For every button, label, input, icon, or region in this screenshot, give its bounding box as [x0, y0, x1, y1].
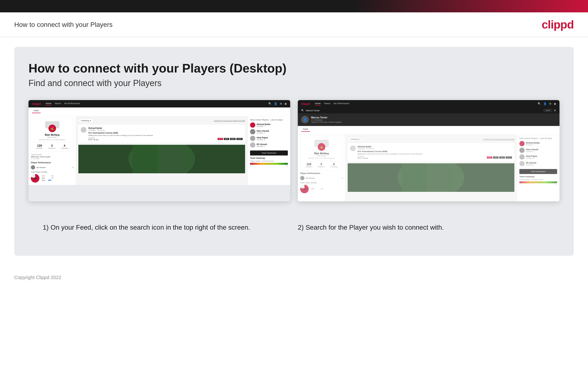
profile-club-1: Mill Ride Golf Club, United Kingdom	[34, 139, 71, 140]
following-btn-2[interactable]: Following ▾	[348, 137, 363, 141]
main-content: How to connect with your Players (Deskto…	[0, 37, 588, 270]
nav-teams-2[interactable]: Teams	[324, 102, 330, 106]
app-body-wrapper-2: ⛳ Blair McHarg Golf Coach Mill Ride Golf…	[298, 135, 560, 201]
player-info-hp-2: Hiral Pujara Activities: 3	[526, 155, 557, 159]
team-dashboard-btn-2[interactable]: Team Dashboard	[519, 169, 557, 174]
tag-ott-1: OTT	[218, 138, 223, 140]
player-perf-2: Player Performance Eli Vincent ▾ Total P…	[300, 172, 343, 193]
player-avatar-rb-1	[250, 122, 255, 128]
duration-2: Duration 02 hr : 00 min	[358, 156, 368, 159]
golf-image-1	[78, 145, 245, 173]
svg-rect-7	[402, 163, 427, 192]
player-avatar-rb-2	[519, 141, 525, 146]
app-nav-items-2: Home Teams My Performance	[315, 102, 349, 106]
player-info-pp-2: Piers Parnell Activities: 4	[526, 148, 557, 152]
app-ui-1: clippd Home Teams My Performance 🔍 👤 ⚙ ◉	[28, 100, 290, 185]
stat-following-1: 4 Following	[61, 144, 68, 149]
most-active-title-2: Most Active Players - Last 30 days	[519, 137, 557, 139]
center-panel-2: Following ▾ Control who can see your act…	[345, 135, 517, 201]
following-btn-1[interactable]: Following ▾	[78, 119, 94, 123]
app-logo-2: clippd	[301, 102, 310, 106]
tag-arg-1: ARG	[230, 138, 236, 140]
player-info-ev-2: Eli Vincent Activities: 1	[526, 162, 557, 166]
heatmap-subtitle-2: Player Quality · 20 Round Trend	[519, 179, 557, 180]
nav-teams-1[interactable]: Teams	[55, 102, 61, 106]
player-list-item-4: Eli Vincent Activities: 1	[250, 142, 288, 148]
nav-my-performance-2[interactable]: My Performance	[334, 102, 349, 106]
activity-footer-2: Duration 02 hr : 00 min OTT APP ARG	[358, 156, 512, 159]
nav-my-performance-1[interactable]: My Performance	[64, 102, 80, 106]
avatar-icon-2[interactable]: ◉	[554, 102, 556, 105]
avatar-icon[interactable]: ◉	[284, 102, 287, 105]
player-list-item-2: Piers Parnell Activities: 4	[250, 129, 288, 134]
dropdown-arrow-2: ▾	[342, 177, 343, 179]
latest-activity-1: Latest Activity Afternoon round of golf …	[31, 154, 73, 159]
player-perf-1: Player Performance Eli Vincent ▾ Total P…	[31, 161, 73, 183]
team-dashboard-btn-1[interactable]: Team Dashboard	[250, 150, 288, 156]
search-icon-2[interactable]: 🔍	[538, 102, 541, 105]
score-circle-2: 84	[300, 185, 309, 193]
profile-icon-2[interactable]: 👤	[543, 102, 547, 105]
activity-avatar-1	[81, 127, 87, 133]
result-name: Marcus Turner	[311, 116, 342, 119]
feed-tab-2[interactable]: Feed	[301, 127, 310, 132]
right-panel-2: Most Active Players - Last 30 days Richa…	[517, 135, 560, 201]
player-list-item-1: Richard Butler Activities: 7	[250, 122, 288, 128]
player-avatar-pp-2	[519, 148, 525, 153]
result-location: Cypress Point Club, United Kingdom	[311, 121, 342, 123]
activity-content-1: Richard Butler Yesterday · The Grove Pre…	[88, 127, 243, 140]
control-link-2[interactable]: Control who can see your activity and da…	[483, 138, 514, 140]
feed-tab-bar-1: Feed	[28, 107, 290, 116]
step-1: 1) On your Feed, click on the search ico…	[43, 223, 290, 232]
tag-putt-2: PUTT	[506, 156, 512, 158]
search-result-row[interactable]: 👤 Marcus Turner 1-5 Handicap Cypress Poi…	[298, 113, 560, 126]
player-select-1[interactable]: Eli Vincent ▾	[31, 165, 73, 169]
clear-button[interactable]: CLEAR	[544, 109, 552, 112]
profile-icon[interactable]: 👤	[274, 102, 277, 105]
screenshots-row: clippd Home Teams My Performance 🔍 👤 ⚙ ◉	[28, 100, 560, 211]
nav-home-1[interactable]: Home	[46, 102, 51, 106]
heatmap-bar-1	[250, 163, 288, 165]
app-logo-1: clippd	[32, 102, 41, 106]
feed-tab-1[interactable]: Feed	[32, 108, 41, 113]
svg-rect-2	[132, 145, 158, 173]
player-list-item-2-4: Eli Vincent Activities: 1	[519, 161, 557, 166]
settings-icon[interactable]: ⚙	[280, 102, 282, 105]
player-select-2[interactable]: Eli Vincent ▾	[300, 176, 343, 180]
heatmap-bar-2	[519, 181, 557, 183]
duration-1: Duration 02 hr : 00 min	[88, 137, 98, 140]
bar-stats-2: OTT 79	[311, 188, 323, 190]
heatmap-labels-1: -5 +5	[250, 165, 288, 167]
player-info-rb-1: Richard Butler Activities: 7	[257, 123, 288, 127]
left-panel-2: ⛳ Blair McHarg Golf Coach Mill Ride Golf…	[298, 135, 345, 201]
heatmap-title-1: Team Heatmap	[250, 157, 288, 159]
profile-card-2: ⛳ Blair McHarg Golf Coach Mill Ride Golf…	[300, 137, 343, 170]
heatmap-labels-2: -5 +5	[519, 184, 557, 185]
profile-stats-2: 129 Activities 3 Followers 4	[303, 161, 340, 168]
header: How to connect with your Players clippd	[0, 12, 588, 37]
screenshot-2: clippd Home Teams My Performance 🔍 👤 ⚙ ◉	[298, 100, 560, 201]
search-bar-text[interactable]: Marcus Turner	[306, 109, 542, 112]
player-mini-avatar-1	[31, 165, 35, 169]
profile-role-1: Golf Coach	[34, 136, 71, 138]
search-bar-row: 🔍 Marcus Turner CLEAR ✕	[298, 107, 560, 113]
bar-row-app-1: APP 70	[42, 177, 53, 179]
top-bar	[0, 0, 588, 12]
result-handicap: 1-5 Handicap	[311, 119, 342, 121]
app-body-1: ⛳ Blair McHarg Golf Coach Mill Ride Golf…	[28, 116, 290, 185]
search-icon[interactable]: 🔍	[268, 102, 272, 105]
player-info-hp-1: Hiral Pujara Activities: 3	[257, 137, 288, 140]
result-avatar: 👤	[301, 116, 309, 123]
activity-content-2: Richard Butler Yesterday · The Grove Pre…	[358, 146, 512, 159]
player-info-ev-1: Eli Vincent Activities: 1	[257, 143, 288, 147]
control-link-1[interactable]: Control who can see your activity and da…	[214, 120, 245, 121]
app-nav-icons-2: 🔍 👤 ⚙ ◉	[538, 102, 556, 105]
result-info: Marcus Turner 1-5 Handicap Cypress Point…	[311, 116, 342, 123]
feed-tab-bar-2: Feed	[298, 126, 560, 135]
nav-home-2[interactable]: Home	[315, 102, 321, 106]
close-icon[interactable]: ✕	[553, 109, 556, 112]
stat-activities-1: 129 Activities	[36, 144, 43, 149]
stat-following-2: 4 Following	[330, 163, 337, 168]
player-avatar-hp-1	[250, 136, 255, 141]
settings-icon-2[interactable]: ⚙	[549, 102, 552, 105]
